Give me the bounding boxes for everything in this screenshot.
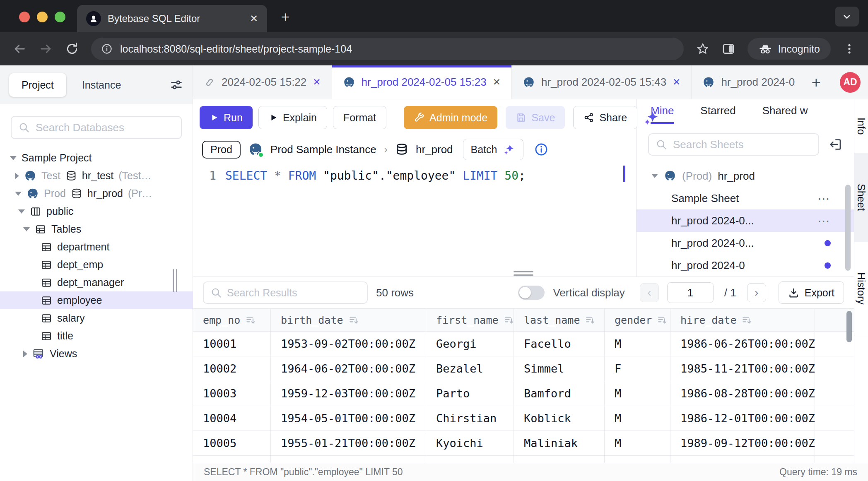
table-cell[interactable]: F <box>605 456 670 463</box>
back-icon[interactable] <box>12 42 27 56</box>
browser-menu-kebab-icon[interactable] <box>843 43 856 55</box>
tree-item-table-dept-manager[interactable]: dept_manager <box>0 274 193 291</box>
close-tab-icon[interactable]: ✕ <box>673 77 680 88</box>
table-cell[interactable]: 1953-04-20T00:00:00Z <box>271 456 426 463</box>
sort-icon[interactable] <box>348 315 359 325</box>
tab-history[interactable]: History <box>854 242 868 335</box>
table-cell[interactable]: Georgi <box>426 332 514 356</box>
chevron-down-icon[interactable] <box>18 209 25 214</box>
worksheet-tab-2-active[interactable]: hr_prod 2024-02-05 15:23 ✕ <box>332 65 512 99</box>
export-button[interactable]: Export <box>779 281 844 304</box>
table-cell[interactable]: 1959-12-03T00:00:00Z <box>271 381 426 406</box>
table-cell[interactable]: Chirstian <box>426 406 514 430</box>
table-cell[interactable]: 1986-08-28T00:00:00Z <box>670 381 815 406</box>
prev-page-button[interactable]: ‹ <box>640 283 659 302</box>
table-cell[interactable]: Koblick <box>514 406 605 430</box>
tab-shared[interactable]: Shared w <box>762 104 808 122</box>
address-bar[interactable]: localhost:8080/sql-editor/sheet/project-… <box>91 38 684 60</box>
tree-group-views[interactable]: Views <box>0 345 193 363</box>
tab-info[interactable]: Info <box>854 99 868 153</box>
table-cell[interactable]: Preusig <box>514 456 605 463</box>
side-panel-icon[interactable] <box>722 42 735 55</box>
table-cell[interactable]: Kyoichi <box>426 431 514 455</box>
import-sheet-icon[interactable] <box>828 137 842 152</box>
new-browser-tab-button[interactable]: ＋ <box>278 10 292 22</box>
database-search[interactable] <box>11 116 182 139</box>
user-avatar[interactable]: AD <box>840 72 861 93</box>
tree-item-table-department[interactable]: department <box>0 238 193 256</box>
tab-project[interactable]: Project <box>9 73 66 97</box>
info-icon[interactable] <box>534 142 548 156</box>
tree-item-project[interactable]: Sample Project <box>0 149 193 167</box>
tree-group-tables[interactable]: Tables <box>0 220 193 238</box>
site-info-icon[interactable] <box>101 43 113 55</box>
table-cell[interactable]: Maliniak <box>514 431 605 455</box>
chevron-down-icon[interactable] <box>23 227 30 231</box>
column-header-gender[interactable]: gender <box>605 309 670 331</box>
sheet-list-scrollbar[interactable] <box>845 185 851 271</box>
worksheet-tab-4[interactable]: hr_prod 2024-0 <box>692 65 800 99</box>
new-worksheet-button[interactable]: ＋ <box>808 72 823 92</box>
sort-icon[interactable] <box>245 315 256 325</box>
chevron-right-icon[interactable] <box>15 173 19 179</box>
window-minimize-button[interactable] <box>37 12 48 22</box>
tab-instance[interactable]: Instance <box>70 73 134 97</box>
breadcrumb-instance[interactable]: Prod Sample Instance <box>270 143 376 156</box>
table-cell[interactable]: 1989-06-02T00:00:00Z <box>670 456 815 463</box>
table-cell[interactable]: 1986-12-01T00:00:00Z <box>670 406 815 430</box>
tree-item-hr-prod[interactable]: Prod hr_prod (Pr… <box>0 185 193 202</box>
table-cell[interactable]: F <box>605 356 670 381</box>
browser-tab-close-icon[interactable]: ✕ <box>250 13 258 24</box>
breadcrumb-database[interactable]: hr_prod <box>416 143 453 156</box>
sidebar-resize-handle[interactable] <box>173 269 177 292</box>
table-cell[interactable]: Simmel <box>514 356 605 381</box>
results-search[interactable] <box>203 281 368 304</box>
vertical-display-toggle[interactable] <box>518 286 545 300</box>
search-sheets-input[interactable] <box>673 138 812 151</box>
table-cell[interactable]: Anneke <box>426 456 514 463</box>
results-resize-handle[interactable] <box>514 271 533 276</box>
admin-mode-button[interactable]: Admin mode <box>404 106 497 129</box>
sort-icon[interactable] <box>741 315 752 325</box>
tree-item-hr-test[interactable]: Test hr_test (Test… <box>0 167 193 185</box>
table-cell[interactable]: 10003 <box>193 381 271 406</box>
search-databases-input[interactable] <box>36 121 174 134</box>
table-cell[interactable]: 1986-06-26T00:00:00Z <box>670 332 815 356</box>
table-cell[interactable]: M <box>605 431 670 455</box>
tab-search-chevron-icon[interactable] <box>835 7 859 26</box>
column-header-birth_date[interactable]: birth_date <box>271 309 426 331</box>
window-zoom-button[interactable] <box>55 12 65 22</box>
table-cell[interactable]: Bamford <box>514 381 605 406</box>
sql-editor[interactable]: 1 SELECT * FROM "public"."employee" LIMI… <box>193 163 636 277</box>
table-cell[interactable]: Facello <box>514 332 605 356</box>
forward-icon[interactable] <box>39 42 53 56</box>
environment-chip[interactable]: Prod <box>202 141 241 159</box>
chevron-down-icon[interactable] <box>15 192 22 196</box>
more-menu-icon[interactable]: ⋯ <box>817 191 831 206</box>
run-button[interactable]: Run <box>200 106 253 129</box>
table-cell[interactable]: M <box>605 332 670 356</box>
table-cell[interactable]: 1954-05-01T00:00:00Z <box>271 406 426 430</box>
page-number-input[interactable] <box>667 282 714 303</box>
table-cell[interactable]: M <box>605 381 670 406</box>
table-cell[interactable]: M <box>605 406 670 430</box>
tree-item-table-salary[interactable]: salary <box>0 309 193 327</box>
explain-button[interactable]: Explain <box>258 106 327 129</box>
format-button[interactable]: Format <box>333 106 386 129</box>
column-header-emp_no[interactable]: emp_no <box>193 309 271 331</box>
save-button[interactable]: Save <box>506 106 565 129</box>
table-cell[interactable]: 10002 <box>193 356 271 381</box>
more-menu-icon[interactable]: ⋯ <box>817 214 831 228</box>
table-scrollbar[interactable] <box>846 311 852 342</box>
sort-icon[interactable] <box>504 315 514 325</box>
close-tab-icon[interactable]: ✕ <box>493 77 501 88</box>
table-cell[interactable]: 10001 <box>193 332 271 356</box>
column-header-hire_date[interactable]: hire_date <box>670 309 815 331</box>
table-cell[interactable]: 1985-11-21T00:00:00Z <box>670 356 815 381</box>
sheet-item[interactable]: hr_prod 2024-0 <box>637 254 854 277</box>
worksheet-tab-3[interactable]: hr_prod 2024-02-05 15:43 ✕ <box>512 65 692 99</box>
sheet-item-selected[interactable]: hr_prod 2024-0... ⋯ <box>637 209 854 232</box>
batch-button[interactable]: Batch <box>463 139 523 160</box>
ai-sparkles-icon[interactable] <box>643 109 660 126</box>
sheet-search[interactable] <box>648 133 819 156</box>
